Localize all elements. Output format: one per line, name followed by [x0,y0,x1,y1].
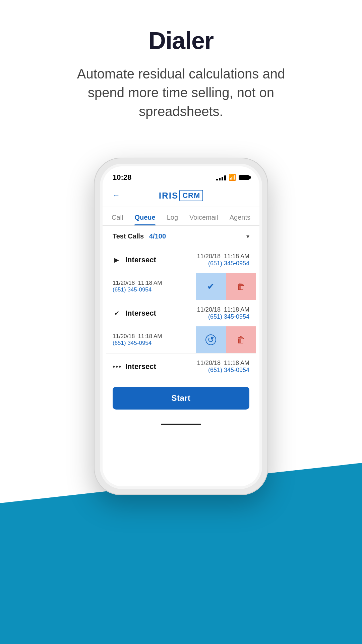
phone-mockup: 10:28 📶 [94,138,268,495]
confirm-button-1[interactable]: ✔ [196,273,226,300]
call-phone-2: (651) 345-0954 [197,313,249,320]
home-indicator [161,424,201,425]
app-header: ← IRIS CRM [103,184,259,207]
queue-selector[interactable]: Test Calls 4/100 ▾ [103,226,259,247]
start-btn-container: Start [103,380,259,420]
page-subtitle: Automate residual calculations and spend… [64,64,298,121]
page-header: Dialer Automate residual calculations an… [0,0,362,127]
call-main-row-1[interactable]: ▶ Intersect 11/20/18 11:18 AM (651) 345-… [106,247,256,273]
iris-text: IRIS [159,191,179,201]
expanded-info-1: 11/20/18 11:18 AM (651) 345-0954 [106,273,196,300]
call-action-row-1: 11/20/18 11:18 AM (651) 345-0954 ✔ [106,273,256,300]
expanded-date-2: 11/20/18 11:18 AM [113,333,189,340]
battery-icon [239,175,249,180]
call-meta-3: 11/20/18 11:18 AM (651) 345-0954 [197,360,249,374]
crm-badge: CRM [179,190,203,201]
tab-call[interactable]: Call [112,214,123,225]
call-meta-1: 11/20/18 11:18 AM (651) 345-0954 [197,253,249,267]
signal-icon [216,174,226,180]
call-name-2: Intersect [125,309,192,318]
home-bar [103,420,259,432]
wifi-icon: 📶 [229,174,236,181]
chevron-down-icon: ▾ [246,233,249,240]
call-list: ▶ Intersect 11/20/18 11:18 AM (651) 345-… [103,247,259,380]
expanded-info-2: 11/20/18 11:18 AM (651) 345-0954 [106,326,196,353]
call-main-row-3[interactable]: ••• Intersect 11/20/18 11:18 AM (651) 34… [106,354,256,380]
call-date-2: 11/20/18 11:18 AM [197,306,249,313]
more-dots-icon: ••• [113,363,121,371]
tab-log[interactable]: Log [167,214,178,225]
expanded-date-1: 11/20/18 11:18 AM [113,280,189,286]
queue-count: 4/100 [149,232,166,240]
tab-voicemail[interactable]: Voicemail [189,214,218,225]
call-name-1: Intersect [125,256,192,264]
tab-agents[interactable]: Agents [230,214,250,225]
page-title: Dialer [13,27,349,54]
call-item-1: ▶ Intersect 11/20/18 11:18 AM (651) 345-… [106,247,256,300]
iris-logo: IRIS CRM [159,190,203,201]
tab-bar: Call Queue Log Voicemail Agents [103,207,259,226]
queue-name: Test Calls [113,232,144,240]
delete-button-2[interactable]: 🗑 [226,326,256,353]
delete-button-1[interactable]: 🗑 [226,273,256,300]
call-action-row-2: 11/20/18 11:18 AM (651) 345-0954 ↺ [106,326,256,353]
start-button[interactable]: Start [113,387,249,410]
app-content: ← IRIS CRM Call Queue Log [103,184,259,486]
refresh-button-2[interactable]: ↺ [196,326,226,353]
call-name-3: Intersect [125,362,192,371]
trash-icon-2: 🗑 [237,335,245,345]
refresh-icon: ↺ [205,334,216,345]
call-item-2: ✔ Intersect 11/20/18 11:18 AM (651) 345-… [106,300,256,354]
play-icon: ▶ [113,256,121,264]
back-button[interactable]: ← [113,191,120,200]
call-date-1: 11/20/18 11:18 AM [197,253,249,260]
checkmark-icon: ✔ [207,281,215,292]
expanded-phone-1: (651) 345-0954 [113,286,189,293]
call-phone-1: (651) 345-0954 [197,260,249,267]
checkmark-small-icon: ✔ [113,310,121,317]
call-date-3: 11/20/18 11:18 AM [197,360,249,367]
call-phone-3: (651) 345-0954 [197,367,249,374]
expanded-phone-2: (651) 345-0954 [113,340,189,346]
call-meta-2: 11/20/18 11:18 AM (651) 345-0954 [197,306,249,320]
tab-queue[interactable]: Queue [134,214,155,225]
status-bar: 10:28 📶 [103,166,259,184]
trash-icon: 🗑 [237,281,245,292]
call-item-3: ••• Intersect 11/20/18 11:18 AM (651) 34… [106,354,256,380]
call-main-row-2[interactable]: ✔ Intersect 11/20/18 11:18 AM (651) 345-… [106,300,256,326]
status-icons: 📶 [216,174,249,181]
status-time: 10:28 [113,173,131,182]
